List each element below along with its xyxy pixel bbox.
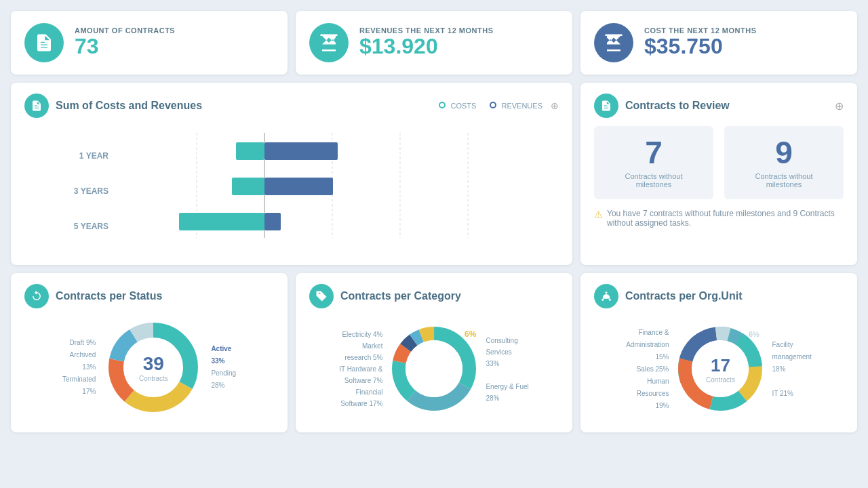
review-box-2-num: 9 <box>735 137 833 168</box>
contracts-to-review-card: Contracts to Review ⊕ 7 Contracts withou… <box>580 83 857 265</box>
svg-text:6%: 6% <box>465 329 477 339</box>
category-donut-svg: 6% <box>387 317 481 422</box>
kpi-costs-info: COST THE NEXT 12 MONTHS $35.750 <box>644 26 757 58</box>
category-chart-area: Electricity 4% Marketresearch 5% IT Hard… <box>309 317 559 422</box>
svg-text:67: 67 <box>337 182 347 192</box>
svg-text:3 YEARS: 3 YEARS <box>74 186 108 196</box>
svg-text:6%: 6% <box>749 330 760 338</box>
revenues-dot <box>490 102 496 108</box>
status-legend-right: Active33% Pending28% <box>211 343 236 392</box>
status-title: Contracts per Status <box>56 290 274 302</box>
legend-terminated: Terminated17% <box>62 373 96 398</box>
costs-dot <box>439 102 446 108</box>
status-donut-container: 39 Contracts <box>102 317 204 418</box>
cat-electricity: Electricity 4% <box>339 329 382 340</box>
category-card: Contracts per Category Electricity 4% Ma… <box>296 273 572 432</box>
sum-chart-title: Sum of Costs and Revenues <box>56 100 432 112</box>
cat-consulting: ConsultingServices33% <box>486 335 528 369</box>
review-header: Contracts to Review ⊕ <box>594 94 844 118</box>
review-box-1-num: 7 <box>605 137 703 168</box>
review-warning-text: You have 7 contracts without future mile… <box>607 209 844 228</box>
review-box-2-label: Contracts withoutmilestones <box>735 172 833 188</box>
svg-text:16: 16 <box>285 218 294 227</box>
orgunit-card: Contracts per Org.Unit Finance &Administ… <box>580 273 857 432</box>
sum-chart-card: Sum of Costs and Revenues COSTS REVENUES… <box>11 83 572 265</box>
review-box-2: 9 Contracts withoutmilestones <box>724 126 844 199</box>
svg-text:1 YEAR: 1 YEAR <box>79 151 108 161</box>
kpi-revenues-value: $13.920 <box>359 35 493 58</box>
svg-rect-17 <box>179 213 264 230</box>
cat-market: Marketresearch 5% <box>339 340 382 363</box>
org-hr: HumanResources19% <box>626 375 669 412</box>
sum-chart-icon <box>24 94 49 118</box>
cat-financial: FinancialSoftware 17% <box>339 386 382 409</box>
svg-rect-9 <box>236 142 264 160</box>
svg-text:72: 72 <box>342 147 351 157</box>
orgunit-legend-right: Facilitymanagement18% IT 21% <box>772 339 811 400</box>
svg-text:-84: -84 <box>165 218 177 227</box>
orgunit-chart-area: Finance &Administration15% Sales 25% Hum… <box>594 317 844 422</box>
orgunit-header: Contracts per Org.Unit <box>594 284 844 308</box>
status-header: Contracts per Status <box>24 284 274 308</box>
category-legend-right: ConsultingServices33% Energy & Fuel28% <box>486 335 528 404</box>
legend-active: Active33% <box>211 343 236 367</box>
category-title: Contracts per Category <box>340 290 559 302</box>
status-center-label: Contracts <box>139 375 168 382</box>
legend-costs: COSTS <box>439 102 476 110</box>
review-icon <box>594 94 618 118</box>
orgunit-icon <box>594 284 618 308</box>
orgunit-donut-container: 6% 17 Contracts <box>673 317 768 422</box>
category-header: Contracts per Category <box>309 284 559 308</box>
sum-chart-actions: COSTS REVENUES ⊕ <box>439 100 559 111</box>
review-box-1: 7 Contracts withoutmilestones <box>594 126 713 199</box>
svg-text:-32: -32 <box>218 182 230 192</box>
status-chart-area: Draft 9% Archived13% Terminated17% <box>24 317 274 418</box>
orgunit-legend-left: Finance &Administration15% Sales 25% Hum… <box>626 327 669 412</box>
svg-text:5 YEARS: 5 YEARS <box>74 222 108 231</box>
org-sales: Sales 25% <box>626 363 669 375</box>
revenues-icon <box>309 23 349 62</box>
kpi-costs: COST THE NEXT 12 MONTHS $35.750 <box>580 11 857 75</box>
legend-draft: Draft 9% <box>62 337 96 349</box>
cat-energy: Energy & Fuel28% <box>486 381 528 404</box>
kpi-costs-value: $35.750 <box>644 35 757 58</box>
sum-chart-target-icon[interactable]: ⊕ <box>551 100 559 111</box>
kpi-contracts-info: AMOUNT OF CONTRACTS 73 <box>75 26 175 58</box>
status-icon <box>24 284 49 308</box>
org-finance: Finance &Administration15% <box>626 327 669 363</box>
svg-rect-13 <box>232 178 264 195</box>
svg-text:-28: -28 <box>222 147 234 157</box>
kpi-revenues: REVENUES THE NEXT 12 MONTHS $13.920 <box>296 11 572 75</box>
status-legend-left: Draft 9% Archived13% Terminated17% <box>62 337 96 398</box>
kpi-contracts: AMOUNT OF CONTRACTS 73 <box>11 11 288 75</box>
bar-chart-container: 1 YEAR 3 YEARS 5 YEARS -28 72 -32 <box>24 126 559 254</box>
svg-point-37 <box>601 299 604 301</box>
review-box-1-label: Contracts withoutmilestones <box>605 172 703 188</box>
status-center-num: 39 <box>139 353 168 375</box>
svg-point-38 <box>609 299 611 301</box>
org-it: IT 21% <box>772 388 811 400</box>
org-facility: Facilitymanagement18% <box>772 339 811 375</box>
review-target-icon[interactable]: ⊕ <box>835 100 844 113</box>
costs-icon <box>594 23 633 62</box>
kpi-revenues-info: REVENUES THE NEXT 12 MONTHS $13.920 <box>359 26 493 58</box>
legend-revenues: REVENUES <box>490 102 542 110</box>
cat-ithardware: IT Hardware &Software 7% <box>339 363 382 386</box>
svg-rect-19 <box>264 213 281 230</box>
category-donut-container: 6% <box>387 317 481 422</box>
kpi-contracts-value: 73 <box>75 35 175 58</box>
orgunit-center-num: 17 <box>706 355 735 376</box>
orgunit-center-label: Contracts <box>706 376 735 384</box>
orgunit-donut-center: 17 Contracts <box>706 355 735 384</box>
bar-chart-svg: 1 YEAR 3 YEARS 5 YEARS -28 72 -32 <box>31 126 552 251</box>
category-icon <box>309 284 334 308</box>
review-title: Contracts to Review <box>625 100 828 112</box>
contracts-icon <box>24 23 64 62</box>
review-boxes: 7 Contracts withoutmilestones 9 Contract… <box>594 126 844 199</box>
svg-rect-11 <box>264 142 338 160</box>
category-legend-left: Electricity 4% Marketresearch 5% IT Hard… <box>339 329 382 409</box>
sum-chart-header: Sum of Costs and Revenues COSTS REVENUES… <box>24 94 559 118</box>
svg-point-34 <box>406 340 462 397</box>
status-donut-center: 39 Contracts <box>139 353 168 382</box>
warning-icon: ⚠ <box>594 209 603 220</box>
